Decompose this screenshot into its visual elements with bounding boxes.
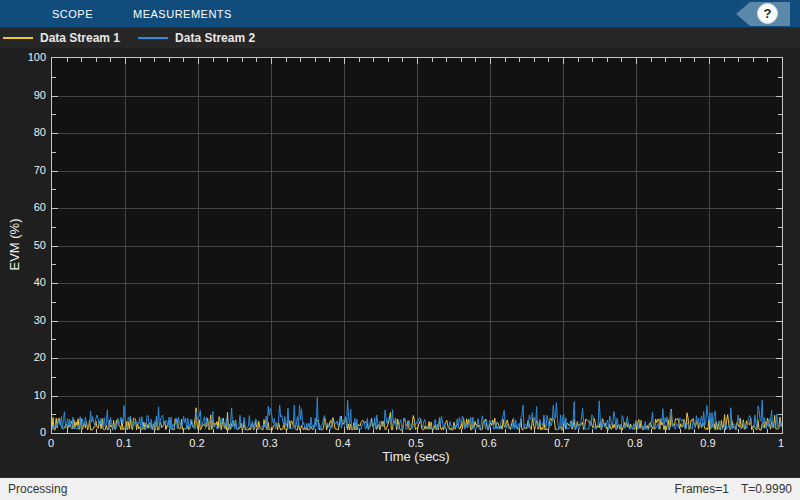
y-tick-label: 70 xyxy=(2,163,46,177)
plot-region: Time (secs) EVM (%) 01020304050607080901… xyxy=(0,48,800,477)
x-tick-label: 0 xyxy=(26,436,76,450)
legend-label: Data Stream 2 xyxy=(175,31,255,45)
toolstrip-collapse-chevron[interactable]: ? xyxy=(736,2,790,26)
status-text: Processing xyxy=(8,482,67,496)
y-tick-label: 40 xyxy=(2,275,46,289)
scope-window: SCOPE MEASUREMENTS ? Data Stream 1 Data … xyxy=(0,0,800,500)
simulation-time: T=0.9990 xyxy=(741,482,792,496)
chart-canvas xyxy=(52,58,782,433)
y-tick-label: 20 xyxy=(2,350,46,364)
y-tick-label: 10 xyxy=(2,388,46,402)
status-bar: Processing Frames=1 T=0.9990 xyxy=(0,477,800,500)
x-tick-label: 0.2 xyxy=(172,436,222,450)
x-tick-label: 0.9 xyxy=(683,436,733,450)
y-tick-label: 100 xyxy=(2,50,46,64)
x-tick-label: 0.7 xyxy=(537,436,587,450)
frames-count: Frames=1 xyxy=(675,482,729,496)
x-tick-label: 0.5 xyxy=(391,436,441,450)
legend-item-data-stream-1[interactable]: Data Stream 1 xyxy=(3,31,120,45)
line-swatch-blue-icon xyxy=(138,37,168,39)
y-tick-label: 90 xyxy=(2,88,46,102)
y-tick-label: 80 xyxy=(2,125,46,139)
toolstrip: SCOPE MEASUREMENTS ? xyxy=(0,0,800,28)
axes-canvas[interactable] xyxy=(51,57,783,434)
line-swatch-yellow-icon xyxy=(3,37,33,39)
y-tick-label: 30 xyxy=(2,313,46,327)
x-tick-label: 0.1 xyxy=(99,436,149,450)
x-tick-label: 1 xyxy=(756,436,800,450)
y-tick-label: 60 xyxy=(2,200,46,214)
x-tick-label: 0.4 xyxy=(318,436,368,450)
legend-label: Data Stream 1 xyxy=(40,31,120,45)
x-tick-label: 0.8 xyxy=(610,436,660,450)
x-tick-label: 0.6 xyxy=(464,436,514,450)
x-tick-label: 0.3 xyxy=(245,436,295,450)
legend-item-data-stream-2[interactable]: Data Stream 2 xyxy=(138,31,255,45)
tab-measurements[interactable]: MEASUREMENTS xyxy=(133,0,232,28)
tab-scope[interactable]: SCOPE xyxy=(52,0,93,28)
x-axis-label: Time (secs) xyxy=(51,449,781,464)
y-tick-label: 50 xyxy=(2,238,46,252)
legend: Data Stream 1 Data Stream 2 xyxy=(0,28,800,48)
help-icon[interactable]: ? xyxy=(757,3,778,24)
